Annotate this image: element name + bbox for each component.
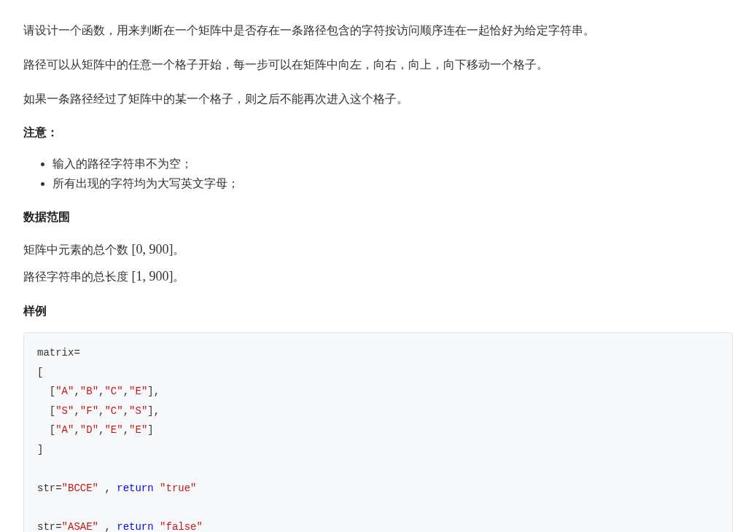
notice-title: 注意： [23, 122, 733, 144]
list-item: 所有出现的字符均为大写英文字母； [52, 173, 733, 193]
code-text: , [98, 482, 117, 494]
code-string: "ASAE" [62, 521, 98, 532]
code-string: "false" [160, 521, 203, 532]
code-string: "S" [55, 405, 74, 417]
data-range-line-2: 路径字符串的总长度 [1, 900]。 [23, 265, 733, 288]
problem-description-1: 请设计一个函数，用来判断在一个矩阵中是否存在一条路径包含的字符按访问顺序连在一起… [23, 20, 733, 42]
code-string: "BCCE" [62, 482, 98, 494]
code-string: "E" [129, 386, 147, 397]
code-text [154, 482, 160, 494]
code-text: str= [37, 521, 62, 532]
code-string: "D" [80, 424, 98, 436]
data-range-line-1: 矩阵中元素的总个数 [0, 900]。 [23, 238, 733, 261]
list-item: 输入的路径字符串不为空； [52, 154, 733, 173]
sample-code-block: matrix= [ ["A","B","C","E"], ["S","F","C… [23, 332, 733, 532]
code-string: "A" [55, 424, 74, 436]
code-string: "A" [55, 386, 74, 397]
code-string: "S" [129, 405, 147, 417]
range-prefix: 矩阵中元素的总个数 [23, 243, 131, 256]
code-text: , [98, 521, 117, 532]
code-text: ] [147, 424, 153, 436]
range-suffix: 。 [173, 243, 184, 256]
code-text: [ [37, 386, 55, 397]
code-text: ], [147, 386, 160, 397]
code-keyword: return [117, 521, 153, 532]
code-string: "C" [104, 386, 122, 397]
code-text: ], [147, 405, 160, 417]
code-string: "true" [160, 482, 196, 494]
problem-description-2: 路径可以从矩阵中的任意一个格子开始，每一步可以在矩阵中向左，向右，向上，向下移动… [23, 55, 733, 76]
code-text: ] [37, 444, 43, 455]
range-value: [0, 900] [131, 242, 173, 257]
code-text: [ [37, 367, 43, 378]
code-string: "E" [104, 424, 122, 436]
sample-title: 样例 [23, 301, 733, 322]
code-string: "C" [104, 405, 122, 417]
code-string: "B" [80, 386, 98, 397]
range-suffix: 。 [173, 270, 184, 283]
range-prefix: 路径字符串的总长度 [23, 270, 131, 283]
code-text [154, 521, 160, 532]
code-keyword: return [117, 482, 153, 494]
notice-list: 输入的路径字符串不为空； 所有出现的字符均为大写英文字母； [23, 154, 733, 193]
code-text: [ [37, 405, 55, 417]
code-text: [ [37, 424, 55, 436]
data-range-title: 数据范围 [23, 207, 733, 228]
range-value: [1, 900] [131, 269, 173, 283]
problem-description-3: 如果一条路径经过了矩阵中的某一个格子，则之后不能再次进入这个格子。 [23, 89, 733, 110]
code-text: str= [37, 482, 62, 494]
code-string: "F" [80, 405, 98, 417]
code-text: matrix= [37, 347, 80, 359]
code-string: "E" [129, 424, 147, 436]
